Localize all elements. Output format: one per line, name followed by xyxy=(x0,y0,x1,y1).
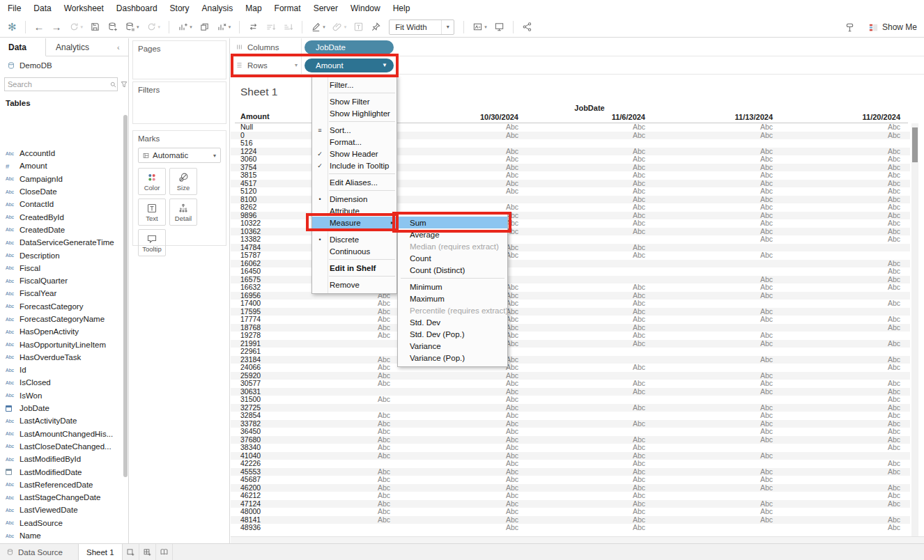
field-laststagechangedate[interactable]: AbcLastStageChangeDate xyxy=(0,491,122,504)
menu-item-discrete[interactable]: •Discrete xyxy=(312,233,396,245)
new-story-tab-button[interactable] xyxy=(156,544,173,560)
connection-row[interactable]: DemoDB xyxy=(0,56,128,75)
field-createddate[interactable]: AbcCreatedDate xyxy=(0,224,122,236)
menu-item-attribute[interactable]: Attribute xyxy=(312,205,396,217)
color-mark-button[interactable]: Color xyxy=(138,168,166,195)
menu-dashboard[interactable]: Dashboard xyxy=(110,3,164,13)
column-header-11-20-2024[interactable]: 11/20/2024 xyxy=(838,113,900,121)
data-source-tab[interactable]: Data Source xyxy=(0,544,78,560)
field-lastamountchangedhis[interactable]: AbcLastAmountChangedHis... xyxy=(0,428,122,440)
detail-mark-button[interactable]: Detail xyxy=(169,199,197,226)
mark-type-selector[interactable]: Automatic ▾ xyxy=(138,148,221,163)
menu-item-show-filter[interactable]: Show Filter xyxy=(312,95,396,107)
pages-shelf[interactable]: Pages xyxy=(132,40,226,79)
show-mark-labels-button[interactable]: ▾ xyxy=(469,19,491,36)
column-header-11-13-2024[interactable]: 11/13/2024 xyxy=(710,113,773,121)
field-description[interactable]: AbcDescription xyxy=(0,249,122,261)
group-button[interactable]: ▾ xyxy=(329,19,351,36)
undo-button[interactable]: ← xyxy=(31,19,48,36)
menu-item-dimension[interactable]: •Dimension xyxy=(312,193,396,205)
field-closedate[interactable]: AbcCloseDate xyxy=(0,185,122,198)
text-label-button[interactable] xyxy=(350,19,367,36)
filters-shelf[interactable]: Filters xyxy=(132,81,226,124)
field-lastmodifieddate[interactable]: LastModifiedDate xyxy=(0,465,122,478)
field-hasopenactivity[interactable]: AbcHasOpenActivity xyxy=(0,325,122,338)
field-lastmodifiedbyid[interactable]: AbcLastModifiedById xyxy=(0,453,122,465)
field-contactid[interactable]: AbcContactId xyxy=(0,198,122,210)
tab-data[interactable]: Data xyxy=(0,38,46,56)
menu-item-median-requires-extract[interactable]: Median (requires extract) xyxy=(398,240,507,252)
highlight-button[interactable]: ▾ xyxy=(307,19,329,36)
tab-analytics[interactable]: Analytics xyxy=(46,38,117,56)
tooltip-flag-button[interactable] xyxy=(841,19,858,36)
menu-help[interactable]: Help xyxy=(387,3,417,13)
menu-worksheet[interactable]: Worksheet xyxy=(58,3,110,13)
menu-window[interactable]: Window xyxy=(344,3,387,13)
new-worksheet-button[interactable]: ▾ xyxy=(174,19,196,36)
field-isclosed[interactable]: AbcIsClosed xyxy=(0,376,122,389)
field-dataservicegeneratetime[interactable]: AbcDataServiceGenerateTime xyxy=(0,236,122,249)
menu-item-measure[interactable]: Measure▸ xyxy=(312,217,396,228)
menu-format[interactable]: Format xyxy=(268,3,307,13)
field-amount[interactable]: #Amount xyxy=(0,160,122,172)
field-fiscalquarter[interactable]: AbcFiscalQuarter xyxy=(0,274,122,287)
column-field-header[interactable]: JobDate xyxy=(544,104,635,112)
duplicate-button[interactable] xyxy=(196,19,213,36)
menu-item-std-dev[interactable]: Std. Dev xyxy=(398,316,507,328)
pill-amount-caret-icon[interactable]: ▼ xyxy=(382,62,387,68)
menu-data[interactable]: Data xyxy=(27,3,57,13)
field-fiscal[interactable]: AbcFiscal xyxy=(0,262,122,274)
data-pane-scrollbar[interactable] xyxy=(123,115,128,477)
field-lastclosedatechanged[interactable]: AbcLastCloseDateChanged... xyxy=(0,440,122,453)
menu-item-average[interactable]: Average xyxy=(398,228,507,240)
pill-jobdate[interactable]: JobDate xyxy=(305,40,394,54)
menu-item-sort[interactable]: ≡Sort... xyxy=(312,124,396,136)
presentation-mode-button[interactable] xyxy=(491,19,508,36)
save-button[interactable] xyxy=(86,19,104,36)
rows-shelf[interactable]: Rows ▾ Amount ▼ xyxy=(231,56,924,75)
field-fiscalyear[interactable]: AbcFiscalYear xyxy=(0,287,122,300)
menu-item-maximum[interactable]: Maximum xyxy=(398,293,507,304)
fit-caret-icon[interactable]: ▾ xyxy=(441,20,454,34)
column-header-10-30-2024[interactable]: 10/30/2024 xyxy=(456,113,518,121)
menu-item-sum[interactable]: Sum xyxy=(398,217,507,228)
menu-item-variance-pop[interactable]: Variance (Pop.) xyxy=(398,352,507,364)
sort-ascending-button[interactable] xyxy=(262,19,279,36)
field-lastactivitydate[interactable]: AbcLastActivityDate xyxy=(0,414,122,427)
menu-item-count-distinct[interactable]: Count (Distinct) xyxy=(398,264,507,276)
search-input[interactable] xyxy=(5,80,109,88)
filter-fields-icon[interactable] xyxy=(120,80,128,88)
pill-amount[interactable]: Amount ▼ xyxy=(305,59,394,72)
menu-item-variance[interactable]: Variance xyxy=(398,340,507,352)
vertical-scrollbar-thumb[interactable] xyxy=(912,127,918,162)
field-hasoverduetask[interactable]: AbcHasOverdueTask xyxy=(0,351,122,364)
field-iswon[interactable]: AbcIsWon xyxy=(0,389,122,402)
field-campaignid[interactable]: AbcCampaignId xyxy=(0,173,122,185)
share-button[interactable] xyxy=(518,19,536,36)
size-mark-button[interactable]: Size xyxy=(169,168,197,195)
tooltip-mark-button[interactable]: Tooltip xyxy=(138,229,166,256)
field-leadsource[interactable]: AbcLeadSource xyxy=(0,517,122,529)
tab-sheet-1[interactable]: Sheet 1 xyxy=(78,544,123,560)
collapse-pane-icon[interactable]: ‹ xyxy=(117,38,128,56)
menu-item-std-dev-pop[interactable]: Std. Dev (Pop.) xyxy=(398,328,507,340)
rows-shelf-caret-icon[interactable]: ▾ xyxy=(295,62,298,68)
field-forecastcategory[interactable]: AbcForecastCategory xyxy=(0,300,122,313)
menu-story[interactable]: Story xyxy=(164,3,196,13)
new-worksheet-tab-button[interactable] xyxy=(123,544,139,560)
menu-item-filter[interactable]: Filter... xyxy=(312,79,396,91)
sort-descending-button[interactable] xyxy=(279,19,297,36)
swap-axes-button[interactable] xyxy=(245,19,262,36)
menu-item-minimum[interactable]: Minimum xyxy=(398,281,507,293)
pause-updates-button[interactable]: ▾ xyxy=(121,19,143,36)
menu-item-show-header[interactable]: ✓Show Header xyxy=(312,148,396,160)
menu-item-continuous[interactable]: Continuous xyxy=(312,245,396,257)
tableau-logo-icon[interactable]: ✻ xyxy=(4,19,20,36)
horizontal-scrollbar-track[interactable] xyxy=(231,536,924,543)
field-accountid[interactable]: AbcAccountId xyxy=(0,147,122,160)
menu-file[interactable]: File xyxy=(1,3,27,13)
menu-item-show-highlighter[interactable]: Show Highlighter xyxy=(312,107,396,119)
field-hasopportunitylineitem[interactable]: AbcHasOpportunityLineItem xyxy=(0,338,122,350)
fit-selector[interactable]: Fit Width▾ xyxy=(389,20,454,35)
columns-shelf[interactable]: Columns JobDate xyxy=(231,38,924,56)
